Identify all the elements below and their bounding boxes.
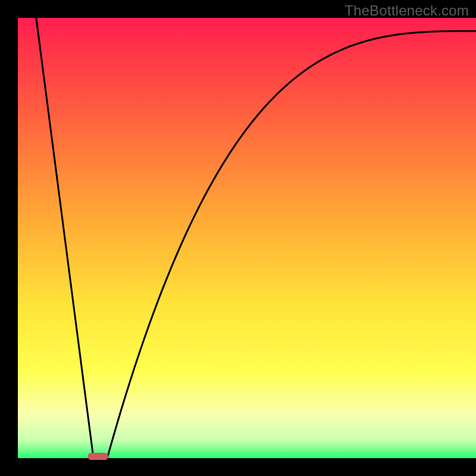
bottleneck-chart [0,0,476,476]
sweet-spot-marker [87,453,108,460]
svg-rect-0 [87,453,108,460]
plot-area [18,18,476,458]
chart-container: TheBottleneck.com [0,0,476,476]
watermark-text: TheBottleneck.com [345,2,469,19]
